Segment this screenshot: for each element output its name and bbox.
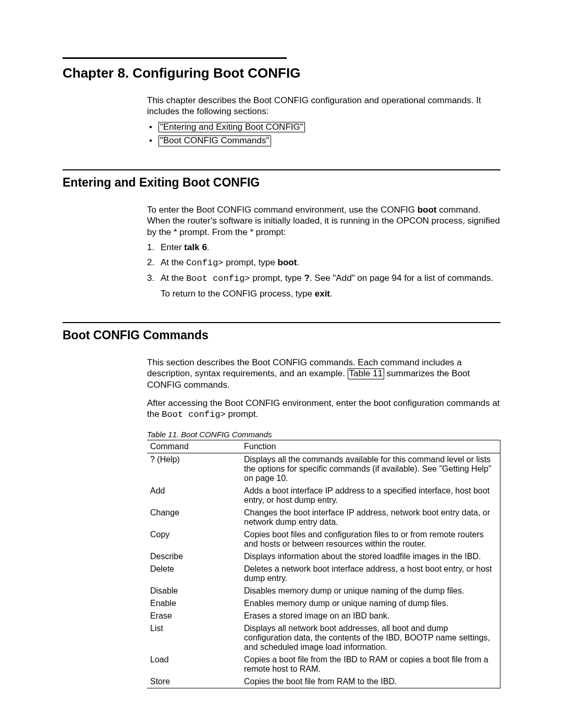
table-row: DescribeDisplays information about the s… xyxy=(147,550,500,563)
text-monospace: Config> xyxy=(186,258,223,268)
step-item: 3. At the Boot config> prompt, type ?. S… xyxy=(147,273,500,300)
section-rule xyxy=(63,322,500,323)
command-cell: Delete xyxy=(147,563,241,585)
text: . See "Add" on page 94 for a list of com… xyxy=(310,273,493,283)
section1-paragraph: To enter the Boot CONFIG command environ… xyxy=(147,204,500,238)
function-cell: Erases a stored image on an IBD bank. xyxy=(241,610,500,622)
function-cell: Copies a boot file from the IBD to RAM o… xyxy=(241,653,500,675)
table-row: ChangeChanges the boot interface IP addr… xyxy=(147,507,500,528)
section-heading-commands: Boot CONFIG Commands xyxy=(63,328,563,342)
table-header-function: Function xyxy=(241,440,500,453)
table-row: EnableEnables memory dump or unique nami… xyxy=(147,597,500,610)
step-number: 2. xyxy=(147,257,154,269)
section2-paragraph: This section describes the Boot CONFIG c… xyxy=(147,357,500,390)
command-cell: Store xyxy=(147,675,241,688)
table-row: StoreCopies the boot file from RAM to th… xyxy=(147,675,500,688)
function-cell: Disables memory dump or unique naming of… xyxy=(241,585,500,597)
function-cell: Displays information about the stored lo… xyxy=(241,550,500,563)
function-cell: Displays all network boot addresses, all… xyxy=(241,622,500,653)
text: . xyxy=(330,289,333,299)
boot-config-commands-table: Command Function ? (Help)Displays all th… xyxy=(147,440,500,688)
text-bold: boot xyxy=(278,257,297,267)
intro-link[interactable]: "Entering and Exiting Boot CONFIG" xyxy=(158,122,305,133)
text-bold: talk 6 xyxy=(184,242,206,252)
table-row: EraseErases a stored image on an IBD ban… xyxy=(147,610,500,622)
section2-paragraph: After accessing the Boot CONFIG environm… xyxy=(147,398,500,421)
ordered-steps: 1. Enter talk 6. 2. At the Config> promp… xyxy=(147,242,500,300)
text: . xyxy=(297,257,299,267)
text: prompt. xyxy=(226,409,258,419)
text: . xyxy=(207,242,210,252)
table-row: AddAdds a boot interface IP address to a… xyxy=(147,485,500,507)
step-number: 1. xyxy=(147,242,154,254)
text: To enter the Boot CONFIG command environ… xyxy=(147,205,418,215)
intro-text: This chapter describes the Boot CONFIG c… xyxy=(147,95,500,117)
function-cell: Changes the boot interface IP address, n… xyxy=(241,507,500,528)
command-cell: Disable xyxy=(147,585,241,597)
table-row: ? (Help)Displays all the commands availa… xyxy=(147,453,500,485)
text: At the xyxy=(161,257,186,267)
function-cell: Adds a boot interface IP address to a sp… xyxy=(241,485,500,507)
chapter-rule xyxy=(63,57,287,59)
table-header-row: Command Function xyxy=(147,440,500,453)
text-bold: exit xyxy=(315,289,330,299)
section-rule xyxy=(63,169,500,170)
command-cell: Erase xyxy=(147,610,241,622)
chapter-title: Chapter 8. Configuring Boot CONFIG xyxy=(63,65,563,81)
section1-body: To enter the Boot CONFIG command environ… xyxy=(0,204,563,300)
command-cell: Load xyxy=(147,653,241,675)
step-item: 1. Enter talk 6. xyxy=(147,242,500,254)
text: prompt, type xyxy=(224,257,278,267)
table-row: LoadCopies a boot file from the IBD to R… xyxy=(147,653,500,675)
function-cell: Copies boot files and configuration file… xyxy=(241,528,500,550)
text: Enter xyxy=(161,242,184,252)
step-item: 2. At the Config> prompt, type boot. xyxy=(147,257,500,269)
intro-link-list: "Entering and Exiting Boot CONFIG" "Boot… xyxy=(147,120,500,148)
function-cell: Enables memory dump or unique naming of … xyxy=(241,597,500,610)
text-bold: ? xyxy=(304,273,310,283)
section-heading-entering: Entering and Exiting Boot CONFIG xyxy=(63,176,563,190)
document-page: Chapter 8. Configuring Boot CONFIG This … xyxy=(0,57,563,728)
text: At the xyxy=(161,273,186,283)
command-cell: Change xyxy=(147,507,241,528)
command-cell: Copy xyxy=(147,528,241,550)
text: To return to the CONFIG process, type xyxy=(161,289,315,299)
table-row: DeleteDeletes a network boot interface a… xyxy=(147,563,500,585)
function-cell: Displays all the commands available for … xyxy=(241,453,500,485)
command-cell: ? (Help) xyxy=(147,453,241,485)
intro-block: This chapter describes the Boot CONFIG c… xyxy=(0,95,563,147)
intro-link-item: "Entering and Exiting Boot CONFIG" xyxy=(147,120,500,134)
text-monospace: Boot config> xyxy=(162,410,225,419)
function-cell: Copies the boot file from RAM to the IBD… xyxy=(241,675,500,688)
command-cell: List xyxy=(147,622,241,653)
text-bold: boot xyxy=(418,205,437,215)
text-monospace: Boot config> xyxy=(186,274,250,283)
text: prompt, type xyxy=(250,273,304,283)
table-row: CopyCopies boot files and configuration … xyxy=(147,528,500,550)
command-cell: Enable xyxy=(147,597,241,610)
table-row: DisableDisables memory dump or unique na… xyxy=(147,585,500,597)
intro-link[interactable]: "Boot CONFIG Commands" xyxy=(158,135,271,146)
table-ref-link[interactable]: Table 11 xyxy=(348,368,384,379)
table-caption: Table 11. Boot CONFIG Commands xyxy=(147,430,500,439)
function-cell: Deletes a network boot interface address… xyxy=(241,563,500,585)
intro-link-item: "Boot CONFIG Commands" xyxy=(147,134,500,147)
table-header-command: Command xyxy=(147,440,241,453)
table-row: ListDisplays all network boot addresses,… xyxy=(147,622,500,653)
section2-body: This section describes the Boot CONFIG c… xyxy=(0,357,563,688)
command-cell: Add xyxy=(147,485,241,507)
command-cell: Describe xyxy=(147,550,241,563)
step-number: 3. xyxy=(147,273,154,285)
